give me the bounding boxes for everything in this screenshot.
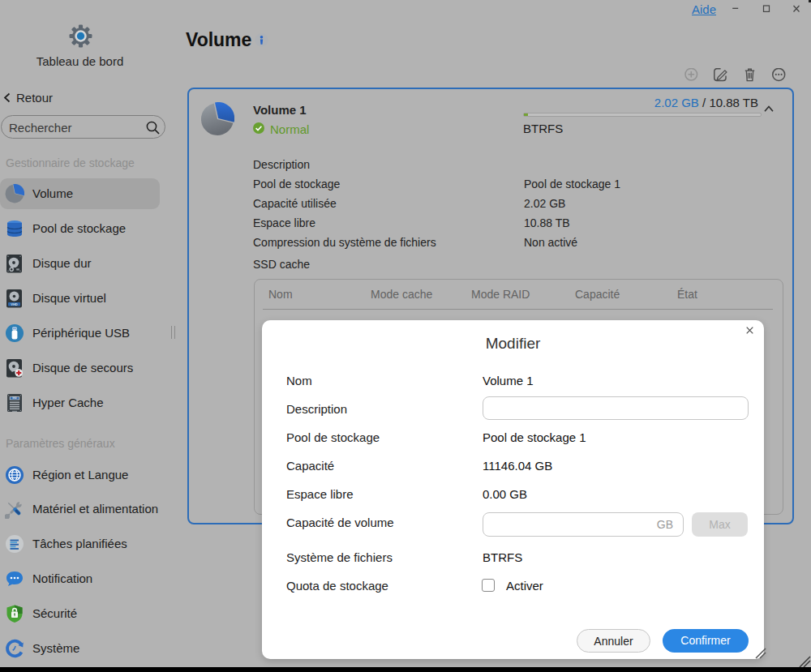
svg-text:SSD: SSD xyxy=(12,396,16,400)
svg-text:VHD: VHD xyxy=(11,302,18,306)
